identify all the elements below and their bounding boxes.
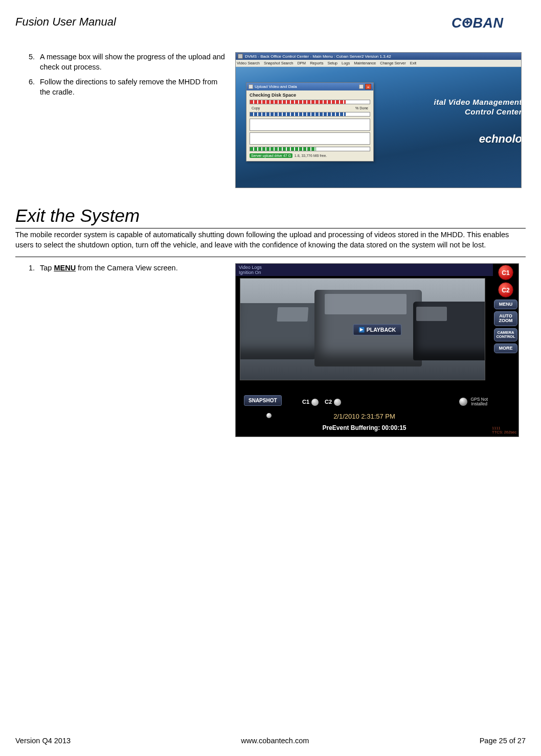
top-line-2: Ignition On bbox=[239, 270, 490, 275]
label-done: % Done bbox=[355, 106, 368, 110]
page-footer: Version Q4 2013 www.cobantech.com Page 2… bbox=[15, 737, 526, 745]
playback-overlay: ▶ PLAYBACK bbox=[353, 324, 401, 335]
logo-part-c: C bbox=[452, 15, 462, 31]
preevent-buffering: PreEvent Buffering: 00:00:15 bbox=[236, 424, 493, 431]
menu-button[interactable]: MENU bbox=[494, 300, 517, 309]
section-intro: The mobile recorder system is capable of… bbox=[15, 230, 526, 257]
app-icon bbox=[238, 54, 243, 59]
progress-bar-red bbox=[250, 100, 370, 104]
step-5: A message box will show the progress of … bbox=[37, 52, 225, 72]
dialog-title: Upload Video and Data bbox=[255, 84, 297, 89]
coban-logo: CO✚BAN bbox=[452, 15, 526, 36]
section-upload-progress: A message box will show the progress of … bbox=[15, 52, 526, 188]
camera-topbar: Video Logs Ignition On bbox=[236, 264, 493, 276]
more-button[interactable]: MORE bbox=[494, 343, 517, 353]
status-pill: Server upload drive 47 G bbox=[250, 153, 292, 158]
header: Fusion User Manual CO✚BAN bbox=[15, 15, 526, 50]
camera-control-button[interactable]: CAMERA CONTROL bbox=[494, 328, 517, 341]
c1-button[interactable]: C1 bbox=[498, 265, 513, 280]
play-icon: ▶ bbox=[358, 327, 365, 333]
footer-page: Page 25 of 27 bbox=[480, 737, 526, 745]
logo-part-o: O✚ bbox=[462, 15, 473, 31]
dvms-app-window: DVMS - Back Office Control Center - Main… bbox=[235, 52, 522, 188]
menu-setup[interactable]: Setup bbox=[327, 61, 337, 65]
car-left bbox=[240, 303, 319, 359]
label-copy: Copy bbox=[252, 106, 260, 110]
progress-bar-blue bbox=[250, 112, 370, 117]
ind-c1-label: C1 bbox=[302, 399, 309, 405]
ind-c2-dot bbox=[334, 399, 341, 406]
brand-line-2: Control Center bbox=[434, 107, 521, 116]
timestamp: 2/1/2010 2:31:57 PM bbox=[236, 413, 493, 420]
footer-version: Version Q4 2013 bbox=[15, 737, 71, 745]
section-exit-steps: Tap MENU from the Camera View screen. Vi… bbox=[15, 263, 526, 437]
top-line-1: Video Logs bbox=[239, 265, 490, 270]
figure-camera-view: Video Logs Ignition On ▶ bbox=[235, 263, 526, 437]
step-1: Tap MENU from the Camera View screen. bbox=[37, 263, 225, 273]
step-6: Follow the directions to safely remove t… bbox=[37, 77, 225, 97]
step-1-pre: Tap bbox=[40, 264, 54, 272]
menu-dpm[interactable]: DPM bbox=[297, 61, 306, 65]
window-titlebar: DVMS - Back Office Control Center - Main… bbox=[236, 53, 521, 60]
snapshot-button[interactable]: SNAPSHOT bbox=[244, 395, 282, 406]
ind-c1-dot bbox=[311, 399, 319, 406]
c2-button[interactable]: C2 bbox=[498, 282, 513, 297]
close-button[interactable]: × bbox=[365, 84, 371, 89]
menu-video-search[interactable]: Video Search bbox=[237, 61, 260, 65]
window-title: DVMS - Back Office Control Center - Main… bbox=[245, 54, 391, 59]
menu-maintenance[interactable]: Maintenance bbox=[354, 61, 376, 65]
ind-c2-label: C2 bbox=[325, 399, 332, 405]
gps-l2: Installed bbox=[470, 402, 488, 406]
camera-indicators: C1 C2 bbox=[302, 399, 341, 406]
car-right bbox=[413, 302, 485, 360]
doc-title: Fusion User Manual bbox=[15, 15, 116, 29]
dialog-body: Checking Disk Space Copy % Done bbox=[246, 90, 373, 161]
gps-status: GPS Not Installed bbox=[470, 397, 488, 407]
crosshair-icon: ✚ bbox=[465, 19, 470, 26]
status-line: Server upload drive 47 G 1.8, 33,776 MB … bbox=[250, 153, 370, 158]
camera-view-screen: Video Logs Ignition On ▶ bbox=[235, 263, 519, 437]
status-rest: 1.8, 33,776 MB free. bbox=[295, 154, 327, 157]
menu-change-server[interactable]: Change Server bbox=[380, 61, 405, 65]
menu-logs[interactable]: Logs bbox=[342, 61, 350, 65]
camcontrol-l2: CONTROL bbox=[495, 335, 516, 339]
menu-exit[interactable]: Exit bbox=[410, 61, 417, 65]
autozoom-l2: ZOOM bbox=[495, 318, 516, 323]
section-heading-exit: Exit the System bbox=[15, 205, 526, 228]
playback-button[interactable]: ▶ PLAYBACK bbox=[353, 324, 401, 335]
app-background: ital Video Management Control Center ech… bbox=[236, 67, 521, 188]
menu-reports[interactable]: Reports bbox=[310, 61, 323, 65]
page: Fusion User Manual CO✚BAN A message box … bbox=[0, 0, 541, 756]
dialog-titlebar: Upload Video and Data × bbox=[246, 83, 373, 90]
menubar: Video Search Snapshot Search DPM Reports… bbox=[236, 60, 521, 67]
step-1-bold: MENU bbox=[54, 264, 76, 272]
dialog-heading: Checking Disk Space bbox=[250, 93, 370, 98]
figure-dvms-window: DVMS - Back Office Control Center - Main… bbox=[235, 52, 526, 188]
background-brand-text: ital Video Management Control Center ech… bbox=[434, 98, 521, 146]
log-field-1 bbox=[250, 119, 370, 131]
camera-sidebar: C1 C2 MENU AUTO ZOOM CAMERA CONTROL MORE bbox=[494, 265, 517, 354]
gps-icon bbox=[459, 398, 467, 406]
corner-l2: TTCS: 262sec bbox=[492, 430, 516, 434]
brand-line-1: ital Video Management bbox=[434, 98, 521, 106]
upload-dialog: Upload Video and Data × Checking Disk Sp… bbox=[246, 82, 374, 162]
autozoom-button[interactable]: AUTO ZOOM bbox=[494, 311, 517, 326]
footer-url: www.cobantech.com bbox=[241, 737, 309, 745]
brand-line-3: echnolo bbox=[434, 132, 521, 146]
dialog-icon bbox=[249, 84, 253, 89]
log-field-2 bbox=[250, 132, 370, 145]
step-1-post: from the Camera View screen. bbox=[76, 264, 178, 272]
logo-part-ban: BAN bbox=[473, 15, 504, 31]
steps-column-upper: A message box will show the progress of … bbox=[15, 52, 225, 188]
progress-bar-green bbox=[250, 147, 370, 151]
steps-column-lower: Tap MENU from the Camera View screen. bbox=[15, 263, 225, 437]
menu-snapshot-search[interactable]: Snapshot Search bbox=[264, 61, 294, 65]
minimize-button[interactable] bbox=[359, 84, 364, 89]
corner-info: 1111 TTCS: 262sec bbox=[492, 426, 516, 434]
playback-label: PLAYBACK bbox=[367, 327, 396, 333]
